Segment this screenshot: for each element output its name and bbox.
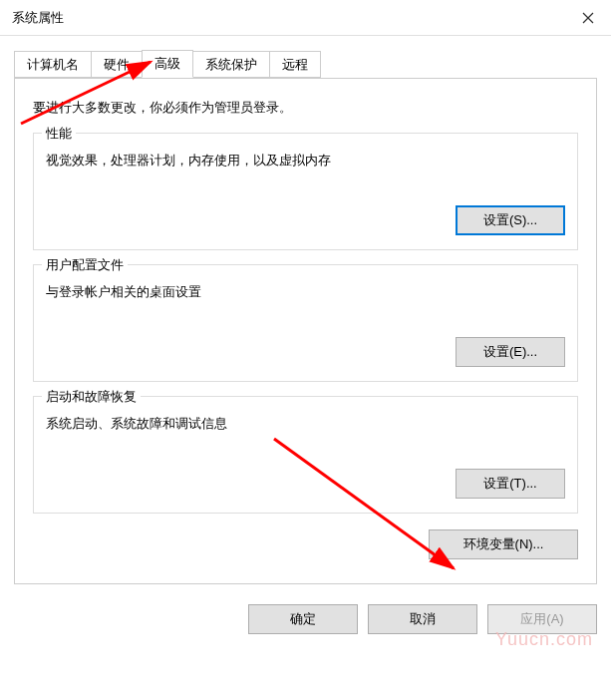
environment-variables-button[interactable]: 环境变量(N)... <box>429 529 578 559</box>
ok-button[interactable]: 确定 <box>248 604 358 634</box>
intro-text: 要进行大多数更改，你必须作为管理员登录。 <box>33 99 578 117</box>
close-button[interactable] <box>565 0 611 36</box>
cancel-button[interactable]: 取消 <box>368 604 477 634</box>
performance-description: 视觉效果，处理器计划，内存使用，以及虚拟内存 <box>46 152 565 170</box>
titlebar: 系统属性 <box>0 0 611 36</box>
startup-recovery-description: 系统启动、系统故障和调试信息 <box>46 415 565 433</box>
tab-advanced[interactable]: 高级 <box>142 50 193 78</box>
user-profiles-title: 用户配置文件 <box>42 256 128 274</box>
performance-title: 性能 <box>42 125 76 143</box>
startup-recovery-group: 启动和故障恢复 系统启动、系统故障和调试信息 设置(T)... <box>33 396 578 514</box>
tab-system-protection[interactable]: 系统保护 <box>192 51 270 78</box>
tab-computer-name[interactable]: 计算机名 <box>14 51 92 78</box>
performance-settings-button[interactable]: 设置(S)... <box>456 205 565 235</box>
user-profiles-settings-button[interactable]: 设置(E)... <box>456 337 565 367</box>
apply-button[interactable]: 应用(A) <box>487 604 597 634</box>
close-icon <box>582 12 594 24</box>
startup-recovery-title: 启动和故障恢复 <box>42 388 141 406</box>
tab-hardware[interactable]: 硬件 <box>91 51 143 78</box>
user-profiles-description: 与登录帐户相关的桌面设置 <box>46 283 565 301</box>
dialog-content: 计算机名 硬件 高级 系统保护 远程 要进行大多数更改，你必须作为管理员登录。 … <box>0 36 611 594</box>
window-title: 系统属性 <box>12 9 64 27</box>
dialog-actions: 确定 取消 应用(A) <box>0 594 611 648</box>
tab-remote[interactable]: 远程 <box>269 51 321 78</box>
startup-recovery-settings-button[interactable]: 设置(T)... <box>456 469 565 499</box>
advanced-panel: 要进行大多数更改，你必须作为管理员登录。 性能 视觉效果，处理器计划，内存使用，… <box>14 78 597 584</box>
user-profiles-group: 用户配置文件 与登录帐户相关的桌面设置 设置(E)... <box>33 264 578 382</box>
tab-strip: 计算机名 硬件 高级 系统保护 远程 <box>14 50 597 78</box>
performance-group: 性能 视觉效果，处理器计划，内存使用，以及虚拟内存 设置(S)... <box>33 133 578 250</box>
